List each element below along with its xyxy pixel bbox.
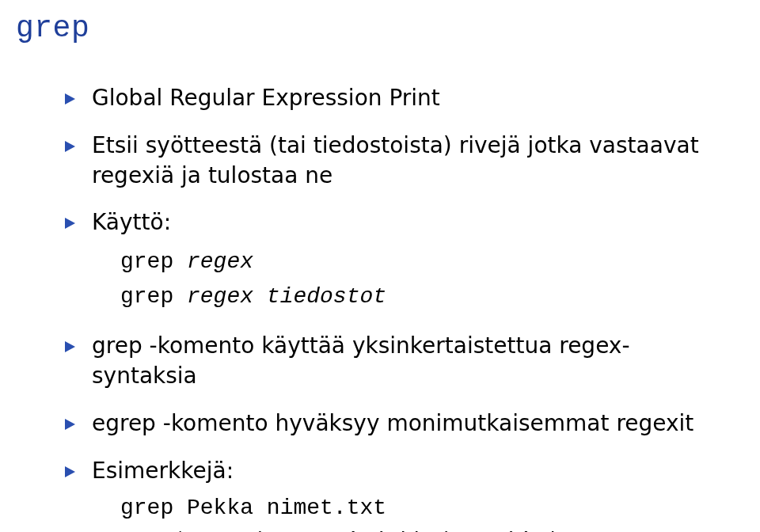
- bullet-item: Esimerkkejä: grep Pekka nimet.txt cat *.…: [65, 456, 712, 532]
- bullet-text: grep -komento käyttää yksinkertaistettua…: [92, 332, 630, 389]
- bullet-text: Etsii syötteestä (tai tiedostoista) rive…: [92, 132, 699, 188]
- bullet-list: Global Regular Expression Print Etsii sy…: [65, 83, 712, 532]
- bullet-item: grep -komento käyttää yksinkertaistettua…: [65, 331, 712, 391]
- bullet-item: Käyttö: grep regex grep regex tiedostot: [65, 207, 712, 314]
- slide-title: grep: [16, 11, 712, 45]
- argument: regex: [187, 249, 253, 274]
- argument: regex tiedostot: [187, 284, 386, 309]
- bullet-text: Global Regular Expression Print: [92, 85, 440, 111]
- command: grep: [120, 284, 187, 309]
- code-line: cat *.txt | grep 'P(ekka|aavo)' | sort: [120, 525, 712, 532]
- command: grep: [120, 249, 187, 274]
- code-line: grep Pekka nimet.txt: [120, 492, 712, 525]
- code-line: grep regex tiedostot: [120, 279, 712, 314]
- bullet-text: Käyttö:: [92, 209, 171, 235]
- bullet-text: egrep -komento hyväksyy monimutkaisemmat…: [92, 410, 694, 436]
- code-block: grep Pekka nimet.txt cat *.txt | grep 'P…: [120, 492, 712, 532]
- bullet-item: egrep -komento hyväksyy monimutkaisemmat…: [65, 408, 712, 439]
- code-block: grep regex grep regex tiedostot: [120, 244, 712, 314]
- bullet-item: Etsii syötteestä (tai tiedostoista) rive…: [65, 131, 712, 191]
- bullet-item: Global Regular Expression Print: [65, 83, 712, 113]
- code-line: grep regex: [120, 244, 712, 279]
- bullet-text: Esimerkkejä:: [92, 458, 234, 484]
